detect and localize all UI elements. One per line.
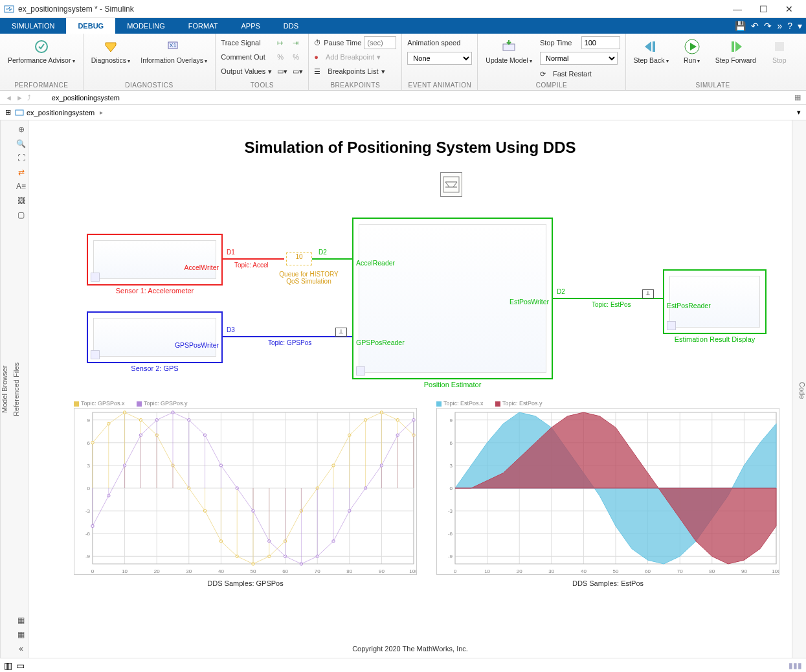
model-home-icon[interactable]: ⊞: [5, 108, 11, 117]
overlay-icon[interactable]: ▭▾: [277, 65, 287, 78]
fast-restart-button[interactable]: ⟳ Fast Restart: [540, 67, 620, 80]
add-breakpoint-button[interactable]: ● Add Breakpoint ▾: [314, 50, 396, 63]
more-icon[interactable]: ▾: [798, 21, 802, 31]
arrows-icon[interactable]: ⇄: [16, 167, 27, 177]
collapse-icon[interactable]: «: [16, 644, 27, 654]
minimize-button[interactable]: —: [724, 0, 750, 18]
model-tab[interactable]: ex_positioningsystem: [52, 94, 120, 102]
stop-time-input[interactable]: [581, 36, 620, 49]
sim-mode-select[interactable]: Normal: [540, 52, 618, 65]
undo-icon[interactable]: ↶: [751, 21, 759, 31]
zoom-indicator-icon[interactable]: ▮▮▮: [789, 661, 802, 670]
legend-block[interactable]: [440, 172, 462, 197]
model-canvas[interactable]: Simulation of Positioning System Using D…: [28, 120, 792, 658]
uncomment-icon[interactable]: %: [293, 50, 303, 63]
comment-icon[interactable]: %: [277, 50, 287, 63]
block-estimator[interactable]: ex_positionestimator AccelReader GPSPosR…: [352, 218, 553, 379]
rate-transition-block[interactable]: ⊥: [642, 289, 654, 298]
information-overlays-button[interactable]: X1 Information Overlays: [138, 36, 210, 66]
explorer-icon[interactable]: ▥: [4, 660, 12, 671]
referenced-files-tab[interactable]: Referenced Files: [12, 362, 20, 416]
step-over-icon[interactable]: ⇥: [293, 36, 303, 49]
svg-rect-10: [443, 177, 459, 192]
svg-text:100: 100: [409, 568, 417, 574]
svg-text:80: 80: [709, 568, 715, 574]
nav-fwd-icon[interactable]: ►: [16, 94, 23, 102]
search-icon[interactable]: »: [777, 21, 782, 31]
anim-speed-select[interactable]: None: [407, 52, 472, 65]
tab-apps[interactable]: APPS: [229, 18, 271, 34]
step-back-button[interactable]: Step Back: [631, 36, 671, 66]
left-panel-tabs: Model Browser Referenced Files: [0, 120, 14, 658]
view-icon[interactable]: ▦: [794, 93, 801, 102]
signal-accel2: [312, 258, 352, 260]
svg-text:60: 60: [645, 568, 651, 574]
tab-simulation[interactable]: SIMULATION: [0, 18, 66, 34]
tab-debug[interactable]: DEBUG: [66, 18, 115, 34]
explorer-bar: ▥ ▭ ▮▮▮: [0, 658, 806, 672]
trace-signal-button[interactable]: Trace Signal: [221, 36, 272, 49]
group-performance: PERFORMANCE: [5, 80, 78, 90]
svg-text:3: 3: [87, 463, 91, 469]
breadcrumb[interactable]: ex_positioningsystem: [15, 108, 103, 117]
box-icon[interactable]: ▢: [16, 210, 27, 220]
svg-text:-3: -3: [85, 508, 91, 514]
nav-up-icon[interactable]: ⤴: [27, 94, 31, 102]
block-display[interactable]: ex_resultdisplay EstPosReader Estimation…: [663, 269, 767, 334]
svg-text:10: 10: [122, 568, 128, 574]
code-tab[interactable]: Code: [798, 382, 806, 399]
block-gps[interactable]: ex_gps GPSPosWriter Sensor 2: GPS: [87, 311, 223, 363]
svg-text:-6: -6: [85, 531, 91, 537]
performance-advisor-button[interactable]: Performance Advisor: [5, 36, 78, 66]
block-accelerometer[interactable]: ex_accelerometer AccelWriter Sensor 1: A…: [87, 234, 223, 286]
record-icon[interactable]: ▦: [16, 629, 27, 640]
svg-text:-9: -9: [85, 554, 91, 559]
svg-text:90: 90: [741, 568, 747, 574]
breakpoints-list-button[interactable]: ☰ Breakpoints List ▾: [314, 65, 396, 78]
rate-transition-block[interactable]: ⊥: [335, 328, 347, 337]
redo-icon[interactable]: ↷: [764, 21, 772, 31]
pause-time-input[interactable]: [364, 36, 396, 49]
chart-legend: Topic: EstPos.x Topic: EstPos.y: [436, 400, 779, 407]
anim-speed-label: Animation speed: [407, 36, 472, 49]
signal-gps: [223, 336, 352, 337]
fit-icon[interactable]: ⊕: [16, 124, 27, 135]
svg-text:0: 0: [87, 486, 91, 491]
chart-gpspos[interactable]: Topic: GPSPos.x Topic: GPSPos.y 01020304…: [74, 400, 417, 587]
toolstrip: Performance Advisor PERFORMANCE Diagnost…: [0, 34, 806, 91]
image-icon[interactable]: 🖼: [16, 196, 27, 206]
crumb-dropdown-icon[interactable]: ▾: [797, 108, 801, 117]
chart-estpos[interactable]: Topic: EstPos.x Topic: EstPos.y 01020304…: [436, 400, 779, 587]
tab-dds[interactable]: DDS: [272, 18, 310, 34]
diagnostics-button[interactable]: Diagnostics: [89, 36, 133, 66]
library-icon[interactable]: ▦: [16, 615, 27, 625]
model-ref-icon: [356, 366, 365, 375]
tab-format[interactable]: FORMAT: [177, 18, 230, 34]
stop-button[interactable]: Stop: [764, 36, 795, 66]
explorer-icon2[interactable]: ▭: [16, 660, 25, 671]
run-button[interactable]: Run: [677, 36, 708, 66]
zoom-icon[interactable]: 🔍: [16, 139, 27, 149]
model-browser-tab[interactable]: Model Browser: [1, 365, 8, 412]
comment-out-button[interactable]: Comment Out: [221, 50, 272, 63]
maximize-button[interactable]: ☐: [750, 0, 776, 18]
fit-view-icon[interactable]: ⛶: [16, 153, 27, 163]
output-values-button[interactable]: Output Values ▾: [221, 65, 272, 78]
right-panel-tabs: Code Property Inspector: [792, 120, 806, 658]
step-forward-button[interactable]: Step Forward: [713, 36, 759, 66]
overlay2-icon[interactable]: ▭▾: [293, 65, 303, 78]
annotation-icon[interactable]: A≡: [16, 181, 27, 192]
svg-text:0: 0: [91, 568, 95, 574]
svg-text:6: 6: [450, 440, 453, 446]
svg-text:100: 100: [772, 568, 779, 574]
help-icon[interactable]: ?: [787, 21, 792, 31]
queue-block[interactable]: 10: [286, 252, 312, 265]
model-ref-icon: [91, 273, 100, 282]
close-button[interactable]: ✕: [776, 0, 802, 18]
save-icon[interactable]: 💾: [735, 21, 746, 31]
tab-modeling[interactable]: MODELING: [115, 18, 177, 34]
svg-text:40: 40: [581, 568, 587, 574]
step-in-icon[interactable]: ↦: [277, 36, 287, 49]
update-model-button[interactable]: Update Model: [483, 36, 535, 66]
nav-back-icon[interactable]: ◄: [5, 94, 12, 102]
